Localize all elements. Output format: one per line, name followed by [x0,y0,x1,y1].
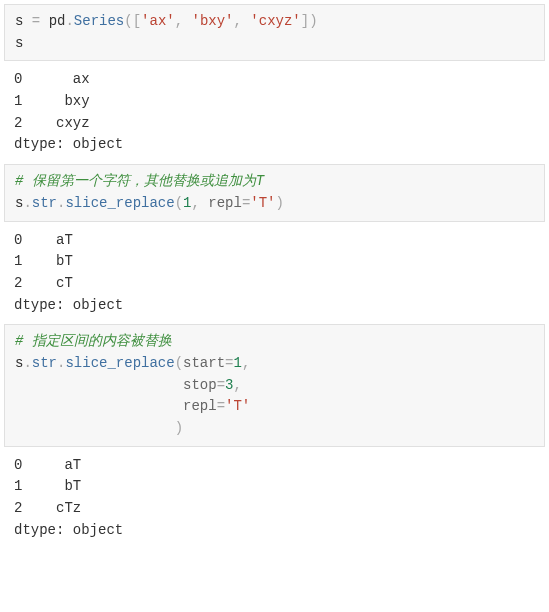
code-token: = [23,13,48,29]
code-indent [15,398,183,414]
code-token: s [15,35,23,51]
code-token: ( [124,13,132,29]
code-token: ( [175,195,183,211]
code-token: 'cxyz' [250,13,300,29]
code-token: . [65,13,73,29]
code-token: repl [183,398,217,414]
output-cell-3: 0 aT 1 bT 2 cTz dtype: object [4,449,545,548]
code-token: , [191,195,208,211]
code-token: , [234,13,251,29]
code-token: ) [175,420,183,436]
code-token: . [23,195,31,211]
code-token: stop [183,377,217,393]
code-token: , [233,377,241,393]
code-token: slice_replace [65,195,174,211]
code-token: , [242,355,250,371]
code-token: , [175,13,192,29]
code-cell-2: # 保留第一个字符，其他替换或追加为T s.str.slice_replace(… [4,164,545,221]
code-token: str [32,355,57,371]
code-indent [15,377,183,393]
code-token: pd [49,13,66,29]
code-token: ) [309,13,317,29]
code-token: 'T' [250,195,275,211]
code-token: str [32,195,57,211]
code-token: . [23,355,31,371]
code-token: repl [208,195,242,211]
code-comment: # 指定区间的内容被替换 [15,333,172,349]
code-token: = [217,377,225,393]
code-token: Series [74,13,124,29]
code-indent [15,420,175,436]
code-token: 'T' [225,398,250,414]
code-token: start [183,355,225,371]
output-cell-1: 0 ax 1 bxy 2 cxyz dtype: object [4,63,545,162]
code-comment: # 保留第一个字符，其他替换或追加为T [15,173,264,189]
code-token: ] [301,13,309,29]
code-token: = [217,398,225,414]
code-cell-3: # 指定区间的内容被替换 s.str.slice_replace(start=1… [4,324,545,446]
code-token: ( [175,355,183,371]
code-token: [ [133,13,141,29]
code-token: 1 [233,355,241,371]
code-token: slice_replace [65,355,174,371]
code-cell-1: s = pd.Series(['ax', 'bxy', 'cxyz']) s [4,4,545,61]
code-token: 'bxy' [192,13,234,29]
code-token: ) [276,195,284,211]
output-cell-2: 0 aT 1 bT 2 cT dtype: object [4,224,545,323]
code-token: 'ax' [141,13,175,29]
